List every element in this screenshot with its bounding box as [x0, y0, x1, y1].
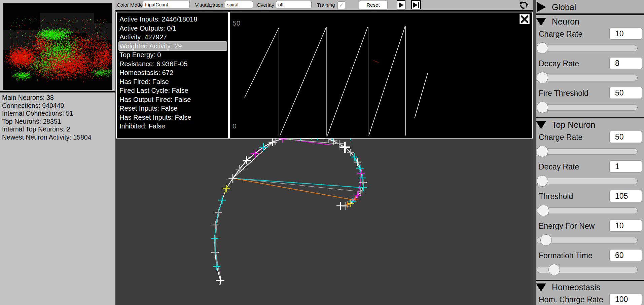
neuron-stat[interactable]: Fired Last Cycle: False	[119, 86, 227, 95]
neuron-cross[interactable]	[218, 196, 226, 204]
param-slider-thumb[interactable]	[537, 72, 548, 83]
param-value-input[interactable]: 50	[609, 131, 642, 143]
param-slider-thumb[interactable]	[537, 146, 548, 157]
param-value-input[interactable]: 8	[609, 57, 642, 69]
neuron-stat[interactable]: Has Reset Inputs: False	[119, 113, 227, 122]
activity-bitmap	[3, 3, 112, 90]
visualization-input[interactable]	[225, 1, 253, 8]
spiral-edge	[283, 139, 345, 147]
param-value-input[interactable]: 100	[609, 293, 642, 305]
neuron-cross[interactable]	[236, 165, 244, 173]
spiral-edge	[329, 138, 364, 192]
stat-line: Internal Connections: 51	[2, 110, 113, 118]
neuron-stat[interactable]: Reset Inputs: False	[119, 104, 227, 113]
neuron-cross[interactable]	[212, 221, 219, 229]
param-label: Charge Rate	[539, 133, 582, 142]
param-value-input[interactable]: 50	[609, 87, 642, 99]
neuron-cross[interactable]	[336, 202, 345, 210]
section-header-top-neuron[interactable]: Top Neuron	[533, 118, 644, 132]
section-title: Global	[552, 2, 576, 12]
recycle-icon[interactable]	[519, 1, 528, 10]
expanded-arrow-icon	[536, 121, 546, 129]
stat-line: Main Neurons: 38	[2, 94, 113, 102]
left-stats: Main Neurons: 38Connections: 940449Inter…	[2, 94, 113, 141]
expanded-arrow-icon	[536, 283, 546, 292]
param-value-input[interactable]: 10	[609, 220, 642, 232]
sawtooth-segment	[369, 26, 405, 136]
overlay-input[interactable]	[276, 1, 312, 8]
param-slider-thumb[interactable]	[548, 264, 560, 275]
step-forward-icon	[413, 2, 418, 8]
training-checkbox[interactable]: ✓	[337, 1, 345, 9]
neuron-stat[interactable]: Resistance: 6.936E-05	[119, 60, 227, 69]
param-value-input[interactable]: 60	[609, 249, 642, 261]
param-slider-thumb[interactable]	[537, 175, 548, 187]
param-value-input[interactable]: 10	[609, 28, 642, 40]
param-slider-track[interactable]	[537, 178, 638, 184]
neuron-cross[interactable]	[357, 169, 365, 177]
sawtooth-segment	[415, 73, 428, 118]
overlay-label: Overlay	[257, 2, 274, 8]
neuron-stats-list: Active Inputs: 2446/18018Active Outputs:…	[119, 15, 227, 131]
toolbar: Color Mode Visualization Overlay Trainin…	[115, 0, 533, 11]
param-slider-track[interactable]	[537, 45, 638, 51]
neuron-stat[interactable]: Has Output Fired: False	[119, 95, 227, 104]
param-slider-track[interactable]	[537, 148, 638, 155]
section-header-neuron[interactable]: Neuron	[533, 14, 644, 29]
close-button[interactable]	[520, 14, 530, 24]
play-button[interactable]	[397, 0, 405, 9]
neuron-cross[interactable]	[215, 209, 222, 216]
stat-line: Internal Top Neurons: 2	[2, 125, 113, 134]
neuron-cross[interactable]	[223, 185, 230, 192]
param-value-input[interactable]: 1	[609, 160, 642, 173]
neuron-cross[interactable]	[351, 153, 358, 161]
param-label: Fire Threshold	[539, 89, 588, 98]
neuron-stat-selected[interactable]: Weighted Activity: 29	[119, 42, 227, 51]
step-forward-button[interactable]	[411, 0, 421, 9]
param-slider-thumb[interactable]	[540, 234, 552, 246]
collapsed-arrow-icon	[537, 2, 546, 12]
param-slider-thumb[interactable]	[538, 205, 549, 216]
neuron-stats-panel: Active Inputs: 2446/18018Active Outputs:…	[116, 12, 229, 139]
neuron-stat[interactable]: Active Inputs: 2446/18018	[119, 15, 227, 24]
neuron-cross[interactable]	[360, 184, 367, 191]
param-label: Hom. Charge Rate	[539, 295, 603, 304]
stat-line: Newest Neuron Activity: 15804	[2, 134, 113, 142]
settings-sidebar: GlobalNeuronCharge Rate10Decay Rate8Fire…	[533, 0, 644, 305]
expanded-arrow-icon	[536, 18, 546, 26]
left-panel: Main Neurons: 38Connections: 940449Inter…	[0, 0, 115, 305]
charge-history-chart: 50 0	[229, 12, 533, 139]
param-slider-thumb[interactable]	[537, 102, 548, 113]
neuron-stat[interactable]: Has Fired: False	[119, 77, 227, 86]
sawtooth-segment	[373, 61, 379, 63]
neuron-cross[interactable]	[211, 249, 219, 256]
color-mode-input[interactable]	[143, 1, 190, 8]
sawtooth-segment	[327, 27, 368, 136]
neuron-stat[interactable]: Top Energy: 0	[119, 50, 227, 60]
color-mode-label: Color Mode	[117, 2, 143, 8]
param-slider-track[interactable]	[537, 104, 638, 111]
param-value-input[interactable]: 105	[609, 190, 642, 202]
visualization-label: Visualization	[195, 2, 223, 8]
param-label: Charge Rate	[539, 30, 582, 39]
sawtooth-segment	[280, 27, 326, 136]
neuron-cross[interactable]	[213, 263, 220, 270]
section-title: Top Neuron	[552, 120, 595, 130]
neuron-cross[interactable]	[216, 276, 224, 284]
neuron-cross[interactable]	[211, 235, 218, 242]
param-label: Energy For New	[539, 222, 595, 231]
neuron-stat[interactable]: Activity: 427927	[119, 33, 227, 42]
param-slider-track[interactable]	[537, 75, 638, 81]
play-icon	[399, 2, 403, 8]
section-header-homeostasis[interactable]: Homeostasis	[533, 280, 644, 295]
param-slider-thumb[interactable]	[537, 42, 548, 54]
reset-button[interactable]: Reset	[359, 1, 388, 9]
param-slider-track[interactable]	[537, 207, 638, 214]
neuron-cross[interactable]	[359, 174, 366, 182]
neuron-cross[interactable]	[259, 143, 267, 151]
section-header-global[interactable]: Global	[533, 0, 644, 14]
neuron-stat[interactable]: Homeostasis: 672	[119, 68, 227, 77]
param-slider-track[interactable]	[537, 237, 638, 243]
neuron-stat[interactable]: Active Outputs: 0/1	[119, 24, 227, 33]
neuron-stat[interactable]: Inhibited: False	[119, 122, 227, 131]
